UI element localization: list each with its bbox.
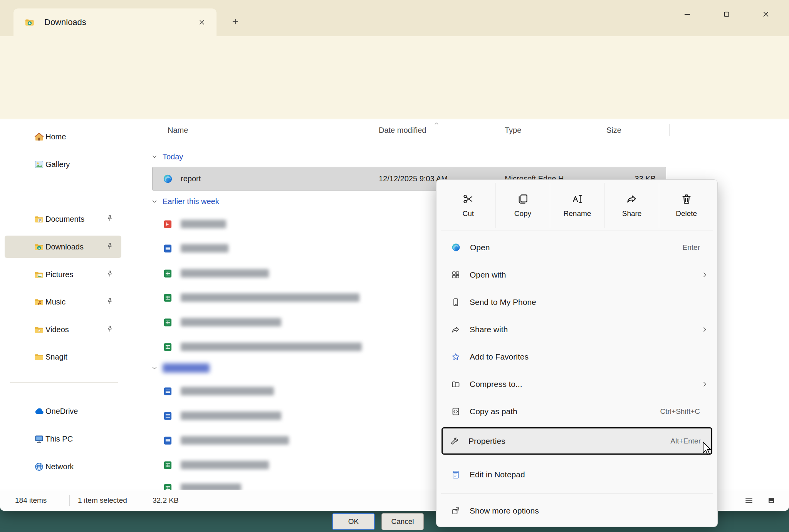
file-name: report (181, 174, 201, 183)
sidebar-item-label: Snagit (45, 353, 67, 361)
column-header-date-modified[interactable]: Date modified (379, 119, 426, 141)
word-file-icon (163, 435, 173, 446)
menu-item-compress-to[interactable]: Compress to... (439, 370, 715, 398)
sidebar-item-downloads[interactable]: Downloads (5, 236, 121, 258)
ok-button[interactable]: OK (332, 513, 375, 530)
redacted-file-name (181, 269, 269, 278)
pictures-folder-icon (34, 269, 44, 280)
ok-label: OK (348, 517, 359, 526)
submenu-chevron-icon (701, 380, 708, 388)
tab-close-button[interactable] (194, 15, 210, 30)
sidebar-item-documents[interactable]: Documents (5, 208, 121, 230)
submenu-chevron-icon (701, 271, 708, 279)
cancel-button[interactable]: Cancel (381, 513, 424, 530)
sidebar-item-label: OneDrive (45, 407, 78, 416)
menu-item-send-to-my-phone[interactable]: Send to My Phone (439, 288, 715, 316)
sidebar-item-pictures[interactable]: Pictures (5, 263, 121, 286)
sidebar-item-label: Downloads (45, 243, 84, 251)
context-menu-quick-actions: Cut Copy Rename Share Delete (441, 183, 713, 228)
excel-file-icon (163, 293, 173, 303)
trash-icon (681, 193, 692, 205)
zip-folder-icon (451, 380, 460, 389)
wrench-icon (450, 437, 459, 446)
sidebar-item-network[interactable]: Network (5, 455, 121, 478)
menu-item-label: Share with (470, 325, 508, 334)
cancel-label: Cancel (391, 517, 414, 526)
word-file-icon (163, 386, 173, 396)
item-count: 184 items (15, 490, 47, 511)
submenu-chevron-icon (701, 326, 708, 333)
quick-rename-button[interactable]: Rename (550, 183, 604, 228)
status-separator (69, 495, 70, 506)
sidebar-item-this-pc[interactable]: This PC (5, 428, 121, 450)
edge-file-icon (163, 174, 173, 184)
cut-icon (462, 193, 474, 205)
column-header-size[interactable]: Size (606, 119, 621, 141)
sidebar-item-videos[interactable]: Videos (5, 318, 121, 341)
pdf-file-icon (163, 219, 173, 229)
men u-item-label: Edit in Notepad (470, 470, 525, 479)
menu-item-copy-as-path[interactable]: Copy as path Ctrl+Shift+C (439, 398, 715, 425)
quick-delete-button[interactable]: Delete (659, 183, 713, 228)
sidebar-item-gallery[interactable]: Gallery (5, 153, 121, 176)
redacted-file-name (181, 343, 362, 351)
quick-share-button[interactable]: Share (604, 183, 659, 228)
menu-item-open-with[interactable]: Open with (439, 261, 715, 288)
mouse-cursor (702, 442, 715, 457)
quick-action-label: Delete (676, 209, 697, 218)
downloads-folder-icon (34, 242, 44, 252)
menu-item-label: Open (470, 243, 490, 252)
sort-ascending-icon (433, 120, 440, 127)
sidebar-item-label: Pictures (45, 270, 73, 279)
excel-file-icon (163, 342, 173, 352)
sidebar-item-onedrive[interactable]: OneDrive (5, 400, 121, 422)
details-view-toggle[interactable] (742, 494, 756, 507)
menu-item-label: Show more options (470, 506, 539, 515)
list-view-icon (744, 496, 754, 505)
quick-cut-button[interactable]: Cut (441, 183, 495, 228)
menu-item-show-more-options[interactable]: Show more options (439, 497, 715, 524)
redacted-file-name (181, 244, 228, 253)
column-header-type[interactable]: Type (505, 119, 521, 141)
column-separator[interactable] (501, 124, 501, 136)
sidebar-divider (10, 382, 118, 383)
quick-copy-button[interactable]: Copy (495, 183, 550, 228)
menu-item-label: Send to My Phone (470, 298, 536, 307)
group-label: Earlier this week (163, 197, 219, 206)
column-header-name[interactable]: Name (168, 119, 188, 141)
folder-icon (34, 352, 44, 362)
sidebar-item-music[interactable]: Music (5, 291, 121, 313)
menu-separator (441, 231, 713, 231)
new-tab-button[interactable] (226, 12, 245, 31)
excel-file-icon (163, 268, 173, 279)
redacted-group-label (163, 363, 210, 373)
pin-icon (106, 214, 114, 222)
group-header-earlier-this-week[interactable]: Earlier this week (151, 194, 219, 209)
selection-size: 32.2 KB (153, 490, 179, 511)
sidebar-item-home[interactable]: Home (5, 125, 121, 148)
menu-item-add-to-favorites[interactable]: Add to Favorites (439, 343, 715, 370)
column-separator[interactable] (669, 124, 670, 136)
redacted-file-name (181, 318, 281, 326)
this-pc-icon (34, 434, 44, 444)
menu-item-share-with[interactable]: Share with (439, 316, 715, 343)
menu-item-open[interactable]: Open Enter (439, 234, 715, 261)
maximize-button[interactable] (714, 3, 739, 25)
phone-icon (451, 298, 460, 307)
close-window-button[interactable] (754, 3, 778, 25)
large-icons-view-toggle[interactable] (764, 494, 779, 507)
chevron-down-icon (151, 198, 158, 205)
column-separator[interactable] (375, 124, 375, 136)
pin-icon (106, 325, 114, 333)
minimize-button[interactable] (675, 3, 700, 25)
menu-item-edit-in-notepad[interactable]: Edit in Notepad (439, 461, 715, 488)
group-header-today[interactable]: Today (151, 149, 183, 164)
tab-downloads[interactable]: Downloads (13, 8, 217, 36)
sidebar-item-snagit[interactable]: Snagit (5, 346, 121, 368)
group-header-redacted[interactable] (151, 360, 210, 376)
quick-action-label: Rename (564, 209, 591, 218)
notepad-icon (451, 470, 460, 479)
menu-item-properties[interactable]: Properties Alt+Enter (442, 427, 712, 455)
column-separator[interactable] (598, 124, 598, 136)
star-icon (451, 352, 460, 361)
